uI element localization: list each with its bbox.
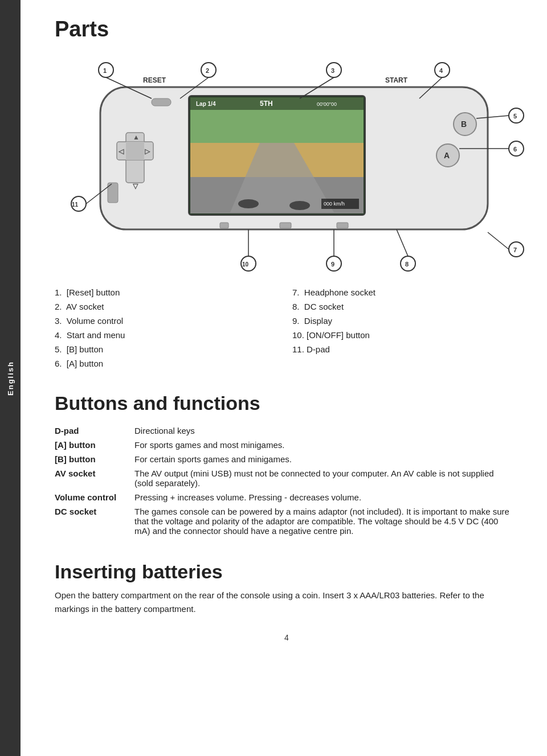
svg-text:B: B: [461, 120, 467, 129]
svg-rect-28: [220, 223, 228, 228]
buttons-functions-title: Buttons and functions: [55, 392, 519, 414]
svg-text:Lap 1/4: Lap 1/4: [196, 101, 216, 107]
svg-text:000 km/h: 000 km/h: [324, 201, 345, 207]
svg-rect-22: [152, 98, 171, 106]
desc-dc-socket: The games console can be powered by a ma…: [134, 504, 519, 538]
term-dpad: D-pad: [55, 424, 134, 438]
parts-list: 1. [Reset] button 7. Headphone socket 2.…: [55, 286, 519, 369]
svg-text:6: 6: [513, 146, 517, 153]
svg-text:START: START: [385, 76, 408, 84]
page-number: 4: [55, 633, 519, 642]
svg-text:5: 5: [513, 113, 517, 120]
parts-item-5: 5. [B] button: [55, 343, 281, 355]
svg-text:8: 8: [405, 261, 409, 268]
parts-item-4: 4. Start and menu: [55, 329, 281, 341]
svg-text:RESET: RESET: [143, 76, 166, 84]
svg-text:1: 1: [103, 67, 107, 74]
svg-text:10: 10: [242, 261, 249, 268]
table-row: DC socket The games console can be power…: [55, 504, 519, 538]
table-row: D-pad Directional keys: [55, 424, 519, 438]
table-row: Volume control Pressing + increases volu…: [55, 490, 519, 504]
svg-text:7: 7: [513, 246, 517, 253]
sidebar: English: [0, 0, 21, 756]
parts-item-7: 7. Headphone socket: [292, 286, 519, 298]
svg-text:▷: ▷: [145, 147, 150, 155]
svg-rect-17: [126, 142, 144, 160]
svg-text:11: 11: [72, 202, 79, 208]
term-b-button: [B] button: [55, 452, 134, 466]
page-title: Parts: [55, 17, 519, 42]
functions-table: D-pad Directional keys [A] button For sp…: [55, 424, 519, 538]
svg-point-14: [289, 201, 310, 210]
parts-item-8: 8. DC socket: [292, 301, 519, 313]
desc-b-button: For certain sports games and minigames.: [134, 452, 519, 466]
parts-item-11: 11. D-pad: [292, 343, 519, 355]
parts-item-3: 3. Volume control: [55, 315, 281, 327]
parts-item-9: 9. Display: [292, 315, 519, 327]
desc-dpad: Directional keys: [134, 424, 519, 438]
svg-text:◁: ◁: [118, 147, 124, 155]
svg-rect-30: [337, 223, 348, 228]
svg-text:2: 2: [206, 67, 209, 74]
svg-text:00'00"00: 00'00"00: [317, 101, 337, 107]
svg-rect-29: [280, 223, 291, 228]
svg-text:▽: ▽: [132, 182, 138, 190]
svg-text:5TH: 5TH: [260, 100, 273, 108]
table-row: [B] button For certain sports games and …: [55, 452, 519, 466]
batteries-text: Open the battery compartment on the rear…: [55, 589, 519, 616]
sidebar-label: English: [6, 361, 15, 396]
desc-volume: Pressing + increases volume. Pressing - …: [134, 490, 519, 504]
svg-text:A: A: [444, 151, 450, 160]
term-volume: Volume control: [55, 490, 134, 504]
term-dc-socket: DC socket: [55, 504, 134, 538]
table-row: AV socket The AV output (mini USB) must …: [55, 466, 519, 490]
console-diagram: Lap 1/4 5TH 00'00"00 000 km/h ▲ ▽ ◁ ▷ A …: [55, 53, 545, 275]
table-row: [A] button For sports games and most min…: [55, 438, 519, 452]
svg-text:▲: ▲: [133, 133, 140, 141]
svg-text:4: 4: [439, 67, 443, 74]
batteries-title: Inserting batteries: [55, 561, 519, 583]
parts-item-1: 1. [Reset] button: [55, 286, 281, 298]
desc-av-socket: The AV output (mini USB) must not be con…: [134, 466, 519, 490]
parts-item-10: 10. [ON/OFF] button: [292, 329, 519, 341]
parts-item-2: 2. AV socket: [55, 301, 281, 313]
svg-rect-7: [190, 97, 364, 110]
svg-point-13: [238, 199, 259, 208]
svg-text:3: 3: [331, 67, 334, 74]
term-a-button: [A] button: [55, 438, 134, 452]
svg-text:9: 9: [331, 261, 334, 268]
parts-item-6: 6. [A] button: [55, 358, 281, 369]
svg-line-61: [488, 232, 509, 249]
term-av-socket: AV socket: [55, 466, 134, 490]
desc-a-button: For sports games and most minigames.: [134, 438, 519, 452]
svg-line-62: [397, 229, 408, 256]
